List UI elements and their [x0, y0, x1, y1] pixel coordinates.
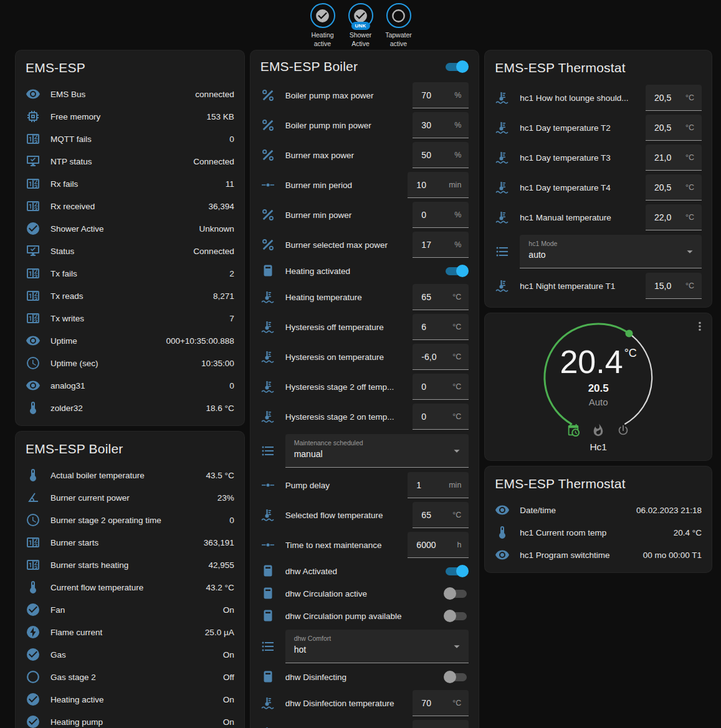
entity-row[interactable]: Current flow temperature43.2 °C	[16, 576, 244, 598]
number-unit: %	[454, 121, 461, 130]
entity-row[interactable]: Burner stage 2 operating time0	[16, 509, 244, 531]
entity-row[interactable]: Rx received36,394	[16, 195, 244, 217]
entity-state: On	[223, 605, 234, 615]
entity-row[interactable]: Rx fails11	[16, 173, 244, 195]
ray-vertex-icon	[260, 177, 275, 192]
entity-row[interactable]: Date/time06.02.2023 21:18	[485, 499, 712, 521]
number-input[interactable]: -6,0°C	[413, 344, 469, 370]
entity-row[interactable]: Gas stage 2Off	[16, 666, 244, 688]
entity-row[interactable]: Uptime (sec)10:35:00	[16, 352, 244, 374]
entity-row[interactable]: NTP statusConnected	[16, 150, 244, 173]
entity-row[interactable]: Uptime000+10:35:00.888	[16, 329, 244, 352]
number-input[interactable]: 0°C	[413, 374, 469, 400]
header-toggle-switch[interactable]	[444, 59, 469, 74]
number-input[interactable]: 22,0°C	[646, 204, 702, 230]
entity-name: hc1 Day temperature T4	[520, 183, 646, 192]
entity-row[interactable]: Tx reads8,271	[16, 285, 244, 307]
number-input[interactable]: 50%	[413, 142, 469, 168]
select-label: hc1 Mode	[528, 240, 679, 247]
number-input[interactable]: 20,5°C	[646, 115, 702, 141]
thermostat-dial[interactable]: 20.4°C 20.5 Auto	[539, 319, 657, 429]
entity-row: hc1 Modeauto	[485, 232, 712, 271]
badge-0[interactable]: Heating active	[305, 3, 341, 45]
entity-row[interactable]: MQTT fails0	[16, 128, 244, 150]
number-input[interactable]: 15,0°C	[646, 273, 702, 299]
entity-row[interactable]: zolder3218.6 °C	[16, 397, 244, 419]
number-input[interactable]: 0%	[413, 202, 469, 228]
select-input[interactable]: hc1 Modeauto	[520, 235, 702, 268]
entity-name: Rx fails	[50, 179, 221, 189]
entity-state: On	[223, 695, 234, 704]
chevron-down-icon	[450, 640, 464, 653]
entity-row: dhw Comforthot	[251, 627, 479, 666]
calendar-clock-icon[interactable]	[566, 423, 580, 437]
entity-row[interactable]: EMS Busconnected	[16, 83, 244, 105]
entity-row[interactable]: Burner current power23%	[16, 486, 244, 509]
entity-row[interactable]: hc1 Program switchtime00 mo 00:00 T1	[485, 544, 712, 566]
entity-name: Actual boiler temperature	[50, 471, 201, 480]
counter-icon	[26, 199, 41, 214]
number-value: 20,5	[654, 123, 671, 133]
card-thermostat-controls: EMS-ESP Thermostat hc1 How hot lounge sh…	[484, 50, 712, 308]
number-input[interactable]: 6000h	[408, 532, 469, 558]
number-input[interactable]: 6°C	[413, 314, 469, 340]
toggle-switch[interactable]	[444, 669, 469, 684]
number-input[interactable]: 70%	[413, 82, 469, 108]
clock-icon	[26, 356, 41, 371]
check-circle-icon	[26, 647, 41, 662]
entity-name: Uptime (sec)	[50, 359, 196, 368]
entity-row[interactable]: Burner starts363,191	[16, 531, 244, 554]
badge-2[interactable]: Tapwater active	[381, 3, 417, 45]
entity-row[interactable]: hc1 Current room temp20.4 °C	[485, 521, 712, 544]
number-input[interactable]: 0°C	[413, 404, 469, 430]
number-input[interactable]: 20,5°C	[646, 174, 702, 201]
entity-name: NTP status	[50, 157, 188, 166]
number-input[interactable]: 10min	[408, 172, 469, 198]
number-input[interactable]: 20,5°C	[646, 85, 702, 111]
entity-row[interactable]: Burner starts heating42,955	[16, 554, 244, 576]
number-input[interactable]: 65°C	[413, 502, 469, 528]
coolant-thermometer-icon	[495, 90, 510, 105]
column-right: EMS-ESP Thermostat hc1 How hot lounge sh…	[484, 50, 712, 573]
toggle-switch[interactable]	[444, 608, 469, 623]
entity-row[interactable]: StatusConnected	[16, 240, 244, 262]
counter-icon	[26, 266, 41, 281]
number-input[interactable]: 1min	[408, 472, 469, 498]
toggle-switch[interactable]	[444, 586, 469, 601]
number-input[interactable]: 40°C	[413, 720, 469, 728]
entity-state: 00 mo 00:00 T1	[643, 551, 702, 560]
entity-row[interactable]: GasOn	[16, 643, 244, 666]
entity-name: Tx reads	[50, 291, 208, 301]
entity-row[interactable]: analog310	[16, 374, 244, 397]
select-input[interactable]: dhw Comforthot	[285, 630, 469, 663]
number-input[interactable]: 21,0°C	[646, 144, 702, 171]
entity-name: MQTT fails	[50, 135, 224, 144]
number-input[interactable]: 30%	[413, 112, 469, 138]
badge-1[interactable]: UNKShower Active	[343, 3, 379, 45]
thermometer-icon	[26, 468, 41, 483]
number-unit: %	[454, 151, 461, 159]
entity-row[interactable]: Flame current25.0 µA	[16, 621, 244, 643]
select-input[interactable]: Maintenance scheduledmanual	[285, 434, 469, 468]
number-input[interactable]: 17%	[413, 232, 469, 258]
entity-row[interactable]: Free memory153 KB	[16, 105, 244, 128]
entity-name: Tx writes	[50, 314, 224, 323]
toggle-switch[interactable]	[444, 263, 469, 278]
number-input[interactable]: 70°C	[413, 690, 469, 716]
entity-row[interactable]: Tx fails2	[16, 262, 244, 285]
network-check-icon	[26, 243, 41, 258]
entity-row[interactable]: Actual boiler temperature43.5 °C	[16, 464, 244, 486]
fire-icon[interactable]	[591, 423, 605, 437]
toggle-switch[interactable]	[444, 564, 469, 579]
entity-row[interactable]: Shower ActiveUnknown	[16, 217, 244, 240]
power-icon[interactable]	[616, 423, 630, 437]
entity-row[interactable]: Tx writes7	[16, 307, 244, 329]
entity-row[interactable]: FanOn	[16, 598, 244, 621]
badge-circle	[310, 3, 335, 28]
entity-name: Heating active	[50, 695, 218, 704]
dots-vertical-icon[interactable]	[693, 319, 707, 333]
entity-row[interactable]: Heating pumpOn	[16, 711, 244, 728]
entity-row[interactable]: Heating activeOn	[16, 688, 244, 711]
number-input[interactable]: 65°C	[413, 284, 469, 310]
card-boiler-controls: EMS-ESP Boiler Boiler pump max power70%B…	[250, 50, 480, 728]
